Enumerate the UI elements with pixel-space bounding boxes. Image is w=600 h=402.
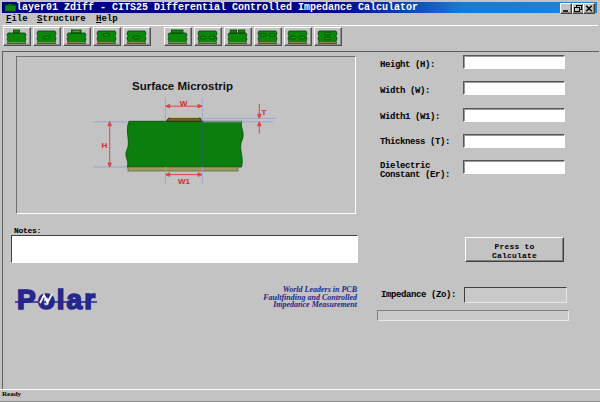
svg-text:W1: W1 xyxy=(178,177,191,186)
svg-text:W: W xyxy=(180,99,188,108)
svg-text:T: T xyxy=(262,108,267,117)
svg-text:Polar: Polar xyxy=(17,287,97,311)
svg-text:H: H xyxy=(102,141,108,150)
svg-text:Surface Microstrip: Surface Microstrip xyxy=(132,80,233,92)
